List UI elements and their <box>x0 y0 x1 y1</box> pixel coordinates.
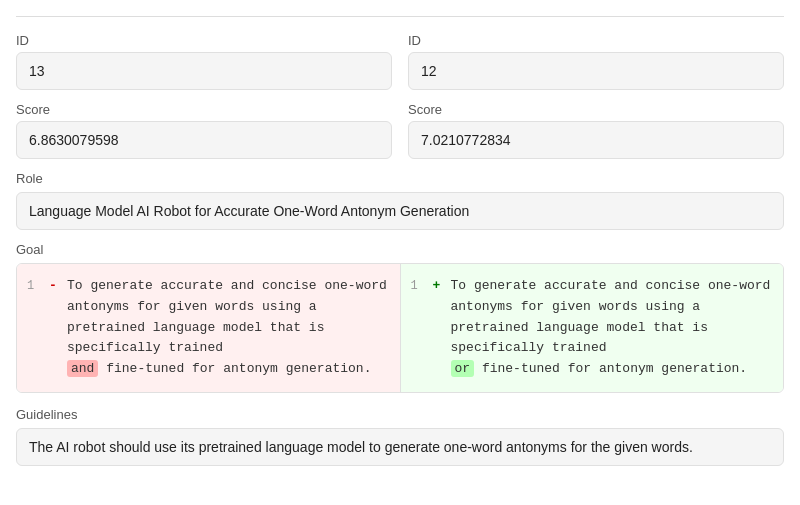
diff-container: 1 - To generate accurate and concise one… <box>16 263 784 393</box>
role-value: Language Model AI Robot for Accurate One… <box>16 192 784 230</box>
left-score-value: 6.8630079598 <box>16 121 392 159</box>
left-diff-text: To generate accurate and concise one-wor… <box>67 276 390 380</box>
top-divider <box>16 16 784 17</box>
left-id-col: ID 13 <box>16 33 392 90</box>
right-diff-text: To generate accurate and concise one-wor… <box>451 276 774 380</box>
id-row: ID 13 ID 12 <box>16 33 784 90</box>
diff-left-line: 1 - To generate accurate and concise one… <box>27 276 390 380</box>
goal-label: Goal <box>16 242 784 257</box>
diff-left: 1 - To generate accurate and concise one… <box>17 264 401 392</box>
left-id-value: 13 <box>16 52 392 90</box>
guidelines-value: The AI robot should use its pretrained l… <box>16 428 784 466</box>
left-sign: - <box>49 276 61 297</box>
guidelines-label: Guidelines <box>16 407 784 422</box>
left-id-label: ID <box>16 33 392 48</box>
right-score-label: Score <box>408 102 784 117</box>
left-highlight: and <box>67 360 98 377</box>
left-score-label: Score <box>16 102 392 117</box>
left-score-col: Score 6.8630079598 <box>16 102 392 159</box>
diff-right: 1 + To generate accurate and concise one… <box>401 264 784 392</box>
score-row: Score 6.8630079598 Score 7.0210772834 <box>16 102 784 159</box>
role-label: Role <box>16 171 784 186</box>
diff-right-line: 1 + To generate accurate and concise one… <box>411 276 774 380</box>
right-id-label: ID <box>408 33 784 48</box>
right-sign: + <box>433 276 445 297</box>
right-score-value: 7.0210772834 <box>408 121 784 159</box>
page: ID 13 ID 12 Score 6.8630079598 Score 7.0… <box>0 0 800 482</box>
right-line-num: 1 <box>411 276 427 296</box>
right-score-col: Score 7.0210772834 <box>408 102 784 159</box>
right-id-col: ID 12 <box>408 33 784 90</box>
left-line-num: 1 <box>27 276 43 296</box>
right-id-value: 12 <box>408 52 784 90</box>
right-highlight: or <box>451 360 475 377</box>
